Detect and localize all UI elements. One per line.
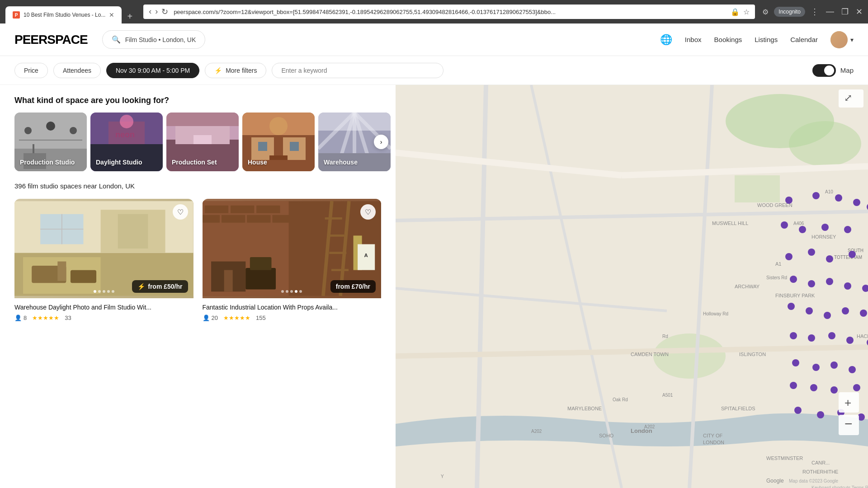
favorite-button[interactable]: ♡ <box>173 204 188 220</box>
map-toggle[interactable]: Map <box>812 64 854 77</box>
svg-rect-74 <box>735 175 780 202</box>
listings-grid: ♡ ⚡ from £50/hr Warehouse Da <box>14 199 381 327</box>
svg-rect-54 <box>221 215 245 223</box>
svg-text:WESTMINSTER: WESTMINSTER <box>766 455 803 461</box>
search-bar[interactable]: 🔍 Film Studio • London, UK <box>102 30 206 49</box>
svg-point-4 <box>46 122 55 131</box>
svg-text:CITY OF: CITY OF <box>703 433 722 438</box>
svg-text:FINSBURY PARK: FINSBURY PARK <box>775 293 815 298</box>
listing-title: Warehouse Daylight Photo and Film Studio… <box>14 304 193 311</box>
avatar <box>830 31 848 48</box>
svg-rect-9 <box>90 144 163 171</box>
minimize-button[interactable]: — <box>826 7 834 17</box>
listing-info: Fantastic Industrial Location With Props… <box>203 298 382 327</box>
listing-card[interactable]: A ♡ from £70/hr <box>203 199 382 327</box>
svg-point-223 <box>817 411 824 418</box>
inbox-link[interactable]: Inbox <box>685 36 702 43</box>
kebab-menu-icon[interactable]: ⋮ <box>811 7 819 17</box>
svg-point-169 <box>806 307 813 314</box>
svg-text:MARYLEBONE: MARYLEBONE <box>567 406 602 411</box>
review-count: 33 <box>65 314 71 321</box>
attendees-info: 👤 20 <box>203 314 218 321</box>
filter-sliders-icon: ⚡ <box>214 67 222 74</box>
svg-text:ISLINGTON: ISLINGTON <box>739 352 766 357</box>
dot <box>290 290 293 293</box>
svg-point-211 <box>830 386 838 394</box>
svg-text:Map data ©2023 Google: Map data ©2023 Google <box>789 479 839 483</box>
svg-text:A406: A406 <box>793 221 804 226</box>
svg-point-155 <box>826 278 833 285</box>
favorite-button[interactable]: ♡ <box>360 204 376 220</box>
extensions-icon[interactable]: ⚙ <box>762 8 769 16</box>
new-tab-button[interactable]: + <box>123 9 136 23</box>
star-bookmark-icon[interactable]: ☆ <box>743 8 750 16</box>
shield-icon: 🔒 <box>731 8 740 16</box>
svg-text:−: − <box>844 416 853 431</box>
space-card-daylight-studio[interactable]: neon Daylight Studio <box>90 113 163 171</box>
svg-rect-56 <box>272 215 289 223</box>
toggle-knob <box>824 66 834 75</box>
space-card-label: Production Set <box>172 159 217 166</box>
more-filters-label: More filters <box>226 67 257 74</box>
svg-text:HORNSEY: HORNSEY <box>811 234 836 239</box>
map-panel[interactable]: WOOD GREEN A406 A10 MUSWELL HILL HORNSEY… <box>396 85 868 488</box>
svg-point-222 <box>794 407 802 414</box>
dot <box>112 290 114 293</box>
carousel-next-button[interactable]: › <box>374 135 388 149</box>
user-dropdown-icon[interactable]: ▾ <box>850 36 854 43</box>
active-tab[interactable]: P 10 Best Film Studio Venues - Lo... ✕ <box>5 6 122 23</box>
attendees-filter-button[interactable]: Attendees <box>53 63 101 78</box>
search-query: Film Studio • London, UK <box>125 36 196 43</box>
site-logo[interactable]: PEERSPACE <box>14 33 88 47</box>
svg-rect-24 <box>290 142 299 151</box>
svg-rect-52 <box>256 206 280 213</box>
tab-close-button[interactable]: ✕ <box>109 11 114 19</box>
price-filter-button[interactable]: Price <box>14 63 48 78</box>
forward-button[interactable]: › <box>155 7 158 17</box>
svg-text:A: A <box>364 253 368 258</box>
svg-point-114 <box>785 197 793 204</box>
nav-right: 🌐 Inbox Bookings Listings Calendar ▾ <box>660 31 854 48</box>
svg-text:Oak Rd: Oak Rd <box>613 397 628 402</box>
dot <box>94 290 96 293</box>
bookings-link[interactable]: Bookings <box>714 36 742 43</box>
svg-text:HACKNEY: HACKNEY <box>857 333 868 339</box>
svg-point-117 <box>853 199 860 206</box>
back-button[interactable]: ‹ <box>149 7 151 17</box>
svg-text:Google: Google <box>766 478 784 484</box>
image-dots <box>281 290 302 293</box>
attendees-info: 👤 8 <box>14 314 27 321</box>
svg-point-5 <box>70 127 77 134</box>
svg-point-156 <box>844 282 851 290</box>
svg-point-25 <box>269 117 288 135</box>
more-filters-button[interactable]: ⚡ More filters <box>205 63 266 78</box>
listing-title: Fantastic Industrial Location With Props… <box>203 304 382 311</box>
space-card-production-set[interactable]: Production Set <box>166 113 239 171</box>
space-card-house[interactable]: House <box>242 113 315 171</box>
person-icon: 👤 <box>14 314 22 321</box>
svg-text:CANR...: CANR... <box>811 460 830 465</box>
language-icon[interactable]: 🌐 <box>660 34 672 46</box>
svg-rect-18 <box>166 113 239 126</box>
svg-point-141 <box>808 249 815 256</box>
datetime-filter-button[interactable]: Nov 30 9:00 AM - 5:00 PM <box>106 63 199 78</box>
listings-link[interactable]: Listings <box>755 36 778 43</box>
listing-card[interactable]: ♡ ⚡ from £50/hr Warehouse Da <box>14 199 193 327</box>
user-menu[interactable]: ▾ <box>830 31 854 48</box>
refresh-button[interactable]: ↻ <box>161 7 168 17</box>
listing-image: A ♡ from £70/hr <box>203 199 382 298</box>
map-toggle-switch[interactable] <box>812 64 836 77</box>
svg-point-128 <box>781 221 788 229</box>
listing-meta: 👤 8 ★★★★★ 33 <box>14 314 193 321</box>
space-card-production-studio[interactable]: Production Studio <box>14 113 87 171</box>
space-card-label: House <box>248 159 267 166</box>
svg-text:A10: A10 <box>825 189 833 194</box>
calendar-link[interactable]: Calendar <box>790 36 818 43</box>
close-button[interactable]: ✕ <box>856 7 863 17</box>
svg-point-73 <box>789 121 861 166</box>
dot <box>107 290 110 293</box>
listing-info: Warehouse Daylight Photo and Film Studio… <box>14 298 193 327</box>
address-bar[interactable]: peerspace.com/s/?zoom=12&viewport_bbox=[… <box>174 9 725 15</box>
maximize-button[interactable]: ❐ <box>841 7 849 17</box>
keyword-input[interactable] <box>272 63 443 78</box>
